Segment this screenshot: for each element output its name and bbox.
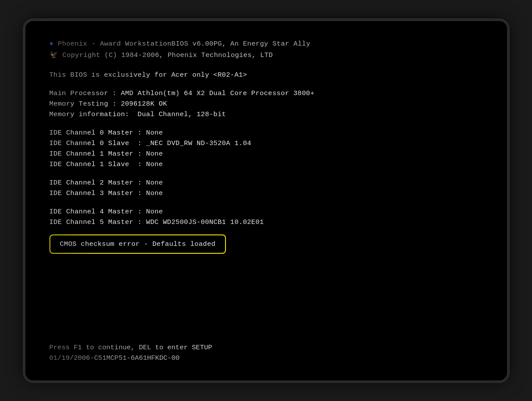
ide-ch1-master: IDE Channel 1 Master : None	[49, 149, 483, 159]
ide-ch3-master: IDE Channel 3 Master : None	[49, 188, 483, 199]
processor-info: Main Processor : AMD Athlon(tm) 64 X2 Du…	[49, 88, 483, 99]
ide-channels-group1: IDE Channel 0 Master : None IDE Channel …	[49, 128, 483, 170]
memory-testing: Memory Testing : 2096128K OK	[49, 99, 483, 109]
award-icon: 🦅	[49, 51, 58, 59]
ide-ch1-slave: IDE Channel 1 Slave : None	[49, 159, 483, 170]
bios-title-line1: Phoenix - Award WorkstationBIOS v6.00PG,…	[58, 40, 310, 48]
ide-channels-group2: IDE Channel 2 Master : None IDE Channel …	[49, 177, 483, 199]
footer-line2: 01/19/2006-C51MCP51-6A61HFKDC-00	[49, 353, 483, 363]
cmos-error-box: CMOS checksum error - Defaults loaded	[49, 234, 226, 254]
ide-ch5-master: IDE Channel 5 Master : WDC WD2500JS-00NC…	[49, 217, 483, 227]
phoenix-icon: ●	[49, 40, 54, 48]
bios-header-line1: ● Phoenix - Award WorkstationBIOS v6.00P…	[49, 39, 483, 50]
footer-line1: Press F1 to continue, DEL to enter SETUP	[49, 342, 483, 353]
ide-ch0-slave: IDE Channel 0 Slave : _NEC DVD_RW ND-352…	[49, 138, 483, 149]
bios-header-line2: 🦅 Copyright (C) 1984-2006, Phoenix Techn…	[49, 50, 483, 61]
ide-ch4-master: IDE Channel 4 Master : None	[49, 206, 483, 217]
ide-ch0-master: IDE Channel 0 Master : None	[49, 128, 483, 138]
ide-ch2-master: IDE Channel 2 Master : None	[49, 177, 483, 188]
bios-content: ● Phoenix - Award WorkstationBIOS v6.00P…	[49, 39, 483, 256]
system-info: Main Processor : AMD Athlon(tm) 64 X2 Du…	[49, 88, 483, 120]
bios-screen: ● Phoenix - Award WorkstationBIOS v6.00P…	[25, 21, 507, 380]
cmos-error-text: CMOS checksum error - Defaults loaded	[60, 240, 216, 248]
bios-copyright: Copyright (C) 1984-2006, Phoenix Technol…	[62, 51, 273, 59]
bios-footer: Press F1 to continue, DEL to enter SETUP…	[49, 342, 483, 363]
memory-info: Memory information: Dual Channel, 128-bi…	[49, 109, 483, 120]
acer-notice: This BIOS is exclusively for Acer only <…	[49, 70, 483, 80]
ide-channels-group3: IDE Channel 4 Master : None IDE Channel …	[49, 206, 483, 227]
